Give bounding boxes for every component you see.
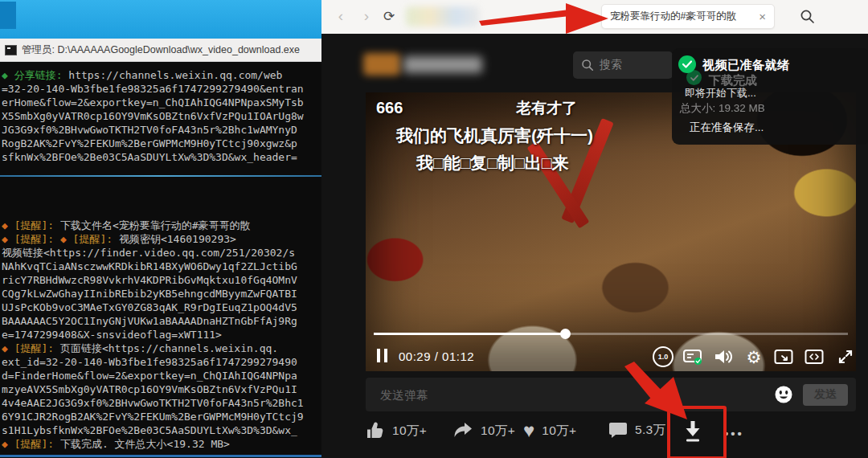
toast-saving-line: 正在准备保存... bbox=[690, 121, 764, 135]
like-count: 10万+ bbox=[392, 423, 427, 440]
annotation-box bbox=[667, 406, 727, 458]
playback-speed-button[interactable]: 1.0 bbox=[653, 347, 674, 366]
terminal-line: ricY7RBHdWwzcR98VvkrhV4KDPRibGvMqktxu10f… bbox=[2, 273, 321, 287]
channel-name-blurred bbox=[403, 56, 482, 73]
page-search-placeholder: 搜索 bbox=[600, 58, 622, 72]
refresh-icon[interactable]: ⟳ bbox=[379, 6, 399, 26]
terminal-line: CQg7kLwZwGhayIInibREbib2yKB5ehngcdMByymZ… bbox=[2, 287, 321, 301]
danmaku-toggle-icon[interactable] bbox=[682, 347, 703, 366]
terminal-line bbox=[2, 191, 321, 205]
terminal-line: e=1747299408&X-snsvideoflag=xWT111> bbox=[2, 328, 321, 341]
browser-search-box[interactable]: × bbox=[601, 4, 775, 29]
toast-size-line: 总大小: 19.32 MB bbox=[680, 101, 765, 116]
screenshot-root: 管理员: D:\AAAAAAGoogleDownload\wx_video_do… bbox=[0, 0, 868, 458]
page-search-icon bbox=[581, 59, 594, 72]
console-titlebar[interactable]: 管理员: D:\AAAAAAGoogleDownload\wx_video_do… bbox=[0, 39, 321, 62]
fullscreen-icon[interactable] bbox=[835, 347, 856, 366]
clear-search-icon[interactable]: × bbox=[757, 10, 768, 22]
comment-bubble-icon bbox=[608, 421, 628, 439]
window-border-bottom bbox=[0, 455, 321, 457]
like-stat[interactable]: 10万+ bbox=[366, 421, 427, 440]
progress-knob[interactable] bbox=[560, 329, 571, 339]
terminal-line: NAhKvqTCiaANsczwwKRDkibR14BXyWO6Dwy1qf2Z… bbox=[2, 260, 321, 273]
page-search-box[interactable]: 搜索 bbox=[573, 51, 673, 79]
danmaku-input-bar: 发送 bbox=[366, 378, 856, 411]
picture-in-picture-icon[interactable] bbox=[773, 347, 794, 366]
emoji-icon[interactable] bbox=[774, 385, 793, 404]
address-bar-blurred[interactable] bbox=[406, 6, 480, 27]
web-fullscreen-icon[interactable] bbox=[804, 347, 825, 366]
console-title: 管理员: D:\AAAAAAGoogleDownload\wx_video_do… bbox=[22, 43, 300, 57]
terminal-line: ◆ [提醒]: 下载完成. 文件总大小<19.32 MB> bbox=[2, 437, 321, 451]
terminal-line: 6Y91CJR2RogB2AK%2FvY%2FEKUm%2BerGWPMcM9H… bbox=[2, 410, 321, 423]
toast-title: 视频已准备就绪 bbox=[702, 58, 790, 73]
terminal-line: =32-20-140-Wb3fbe1fe98325a6f174729927949… bbox=[2, 82, 321, 96]
download-toast: 下载完成 视频已准备就绪 即将开始下载... 总大小: 19.32 MB 正在准… bbox=[672, 48, 868, 145]
terminal-line: ext_id=32-20-140-Wb3fbe1fe98325a6f174729… bbox=[2, 355, 321, 369]
volume-icon[interactable] bbox=[713, 347, 734, 366]
forward-icon[interactable]: › bbox=[357, 6, 376, 26]
more-options-button[interactable]: ••• bbox=[724, 427, 744, 440]
terminal-line: ◆ [提醒]: ◆ [提醒]: 视频密钥<1460190293> bbox=[2, 232, 321, 246]
share-count: 10万+ bbox=[481, 423, 515, 440]
progress-bar[interactable] bbox=[374, 333, 848, 335]
terminal-line: JG3G9xf0%2BHvwGwoTKTH2TV0foFA43n5r%2Bhc1… bbox=[2, 123, 321, 137]
terminal-line bbox=[2, 178, 321, 191]
share-stat[interactable]: 10万+ bbox=[452, 421, 515, 440]
terminal-line: BAAAAAAC5Y2OC1InyGNjVUKw1aBAAAADnaHZTnGb… bbox=[2, 314, 321, 328]
terminal-line: ◆ 分享链接: https://channels.weixin.qq.com/w… bbox=[2, 68, 321, 82]
terminal-line: ◆ [提醒]: 页面链接<https://channels.weixin.qq. bbox=[2, 341, 321, 355]
danmaku-comment: 老有才了 bbox=[516, 98, 577, 119]
favorite-stat[interactable]: ♥ 10万+ bbox=[523, 421, 576, 440]
terminal-line: ◆ [提醒]: 下载文件名<宠粉要靠行动的#豪哥哥的散 bbox=[2, 219, 321, 232]
progress-fill bbox=[374, 333, 565, 335]
danmaku-comment: 我们的飞机真厉害(歼十一) bbox=[396, 125, 593, 147]
comment-count: 5.3万 bbox=[635, 422, 665, 439]
console-icon bbox=[5, 45, 17, 55]
terminal-body[interactable]: ◆ 分享链接: https://channels.weixin.qq.com/w… bbox=[0, 62, 321, 458]
danmaku-comment: 我□能□复□制□出□来 bbox=[416, 152, 568, 174]
channel-logo-blurred[interactable] bbox=[363, 53, 400, 76]
terminal-line: UJsPcKOb9voC3MAeTxGY0ZG83qAK_R9rDgIEuqZ1… bbox=[2, 301, 321, 314]
terminal-line: erHome&flow=2&exportkey=n_ChQIAhIQG4NPNp… bbox=[2, 96, 321, 109]
comment-stat[interactable]: 5.3万 bbox=[608, 421, 665, 439]
share-arrow-icon bbox=[452, 421, 473, 440]
terminal-line bbox=[2, 205, 321, 219]
danmaku-input[interactable] bbox=[379, 387, 774, 403]
settings-gear-icon[interactable]: ⚙ bbox=[743, 347, 764, 366]
pause-button[interactable] bbox=[377, 349, 388, 362]
send-danmaku-button[interactable]: 发送 bbox=[803, 384, 848, 406]
background-window-strip bbox=[0, 0, 321, 39]
back-icon[interactable]: ‹ bbox=[331, 6, 350, 26]
terminal-line: 4v4eAAE2JG3G9xf0%2BHvwGwoTKTH2TV0foFA43n… bbox=[2, 396, 321, 410]
window-border-line bbox=[0, 175, 321, 177]
terminal-line: 视频链接<https://finder.video.qq.com/251/203… bbox=[2, 246, 321, 260]
playback-speed-icon: 1.0 bbox=[653, 346, 674, 367]
video-time: 00:29 / 01:12 bbox=[399, 350, 474, 363]
thumbs-up-icon bbox=[366, 421, 385, 440]
terminal-line: sfknWx%2BFOe%2Be03C5AaSDUYLtXw%3D%3D&wx_… bbox=[2, 150, 321, 164]
terminal-line: X5SmbXg0yVATR0cp16OY9VmKsOBZtn6VxfVzPQu1… bbox=[2, 109, 321, 123]
search-icon[interactable] bbox=[800, 9, 815, 27]
favorite-count: 10万+ bbox=[542, 423, 576, 440]
terminal-line: RogB2AK%2FvY%2FEKUm%2BerGWPMcM9H0yTCtcj9… bbox=[2, 137, 321, 150]
check-circle-icon bbox=[678, 55, 696, 73]
browser-search-input[interactable] bbox=[608, 10, 754, 23]
toast-subtitle: 即将开始下载... bbox=[685, 86, 756, 100]
terminal-line: mzyeAVX5SmbXg0yVATR0cp16OY9VmKsOBZtn6Vxf… bbox=[2, 382, 321, 396]
terminal-line: s1H1LybsfknWx%2BFOe%2Be03C5AaSDUYLtXw%3D… bbox=[2, 423, 321, 437]
browser-toolbar bbox=[321, 0, 868, 35]
terminal-line: d=FinderHome&flow=2&exportkey=n_ChQIAhIQ… bbox=[2, 369, 321, 382]
danmaku-comment: 666 bbox=[376, 99, 403, 117]
background-window-edge bbox=[0, 2, 16, 29]
heart-icon: ♥ bbox=[523, 421, 534, 440]
